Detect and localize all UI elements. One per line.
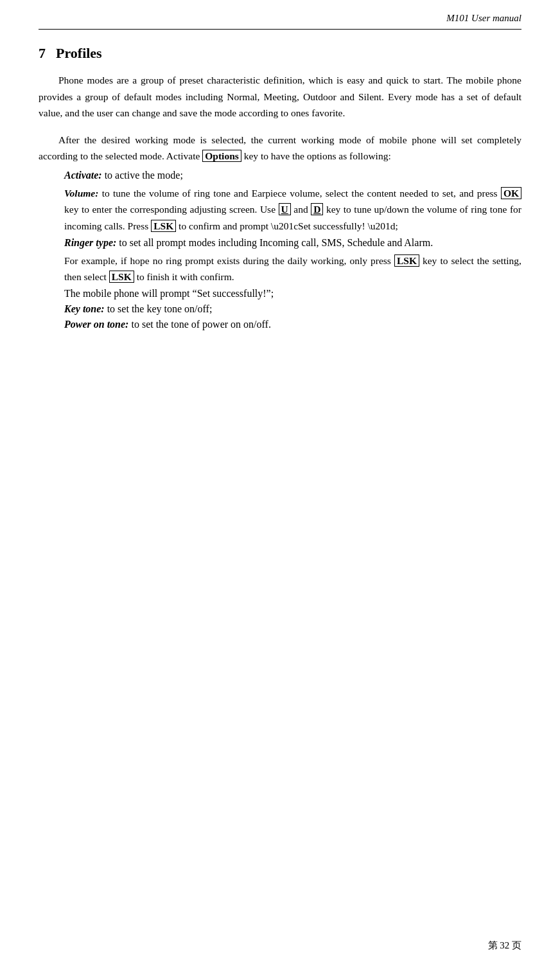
options-suffix-text: key to have the options as following:: [244, 150, 391, 161]
section-heading: 7 Profiles: [39, 45, 521, 62]
powertone-line: Power on tone: to set the tone of power …: [39, 319, 521, 330]
section-number: 7: [39, 45, 46, 62]
volume-lsk-box: LSK: [151, 220, 176, 232]
ringer-line: Ringer type: to set all prompt modes inc…: [39, 237, 521, 249]
ringer-lsk2-box: LSK: [109, 271, 134, 283]
keytone-label: Key tone:: [64, 303, 105, 314]
ringer-example-paragraph: For example, if hope no ring prompt exis…: [64, 253, 521, 285]
mobile-prompt-line: The mobile phone will prompt “Set succes…: [39, 288, 521, 299]
volume-text1: to tune the volume of ring tone and Earp…: [102, 188, 501, 199]
section-title: Profiles: [56, 45, 102, 62]
ringer-label: Ringer type:: [64, 237, 116, 248]
page-container: M101 User manual 7 Profiles Phone modes …: [0, 0, 560, 971]
ringer-example-block: For example, if hope no ring prompt exis…: [39, 253, 521, 285]
mobile-prompt-text: The mobile phone will prompt “Set succes…: [64, 288, 274, 299]
volume-and-text: and: [291, 204, 311, 215]
powertone-label: Power on tone:: [64, 319, 128, 330]
activate-text: to active the mode;: [105, 170, 183, 181]
volume-d-box: D: [311, 203, 323, 215]
page-header: M101 User manual: [39, 13, 521, 30]
volume-ok-box: OK: [501, 187, 521, 199]
ringer-text: to set all prompt modes including Incomi…: [119, 237, 433, 248]
page-footer: 第 32 页: [488, 940, 522, 952]
activate-label: Activate:: [64, 170, 102, 181]
volume-text2: key to enter the corresponding adjusting…: [64, 204, 279, 215]
volume-u-box: U: [279, 203, 291, 215]
keytone-line: Key tone: to set the key tone on/off;: [39, 303, 521, 315]
ringer-example-text1: For example, if hope no ring prompt exis…: [64, 255, 394, 266]
options-paragraph: After the desired working mode is select…: [39, 132, 521, 165]
activate-line: Activate: to active the mode;: [39, 170, 521, 181]
volume-paragraph: Volume: to tune the volume of ring tone …: [64, 185, 521, 235]
ringer-lsk1-box: LSK: [394, 254, 419, 267]
ringer-example-text3: to finish it with confirm.: [134, 271, 234, 282]
options-key-box: Options: [202, 150, 241, 162]
page-number: 第 32 页: [488, 940, 522, 950]
volume-block: Volume: to tune the volume of ring tone …: [39, 185, 521, 235]
volume-text4: to confirm and prompt \u201cSet successf…: [176, 220, 398, 231]
volume-label: Volume:: [64, 188, 98, 199]
intro-paragraph: Phone modes are a group of preset charac…: [39, 72, 521, 121]
header-title: M101 User manual: [446, 13, 521, 24]
powertone-text: to set the tone of power on on/off.: [131, 319, 270, 330]
keytone-text: to set the key tone on/off;: [107, 303, 213, 314]
